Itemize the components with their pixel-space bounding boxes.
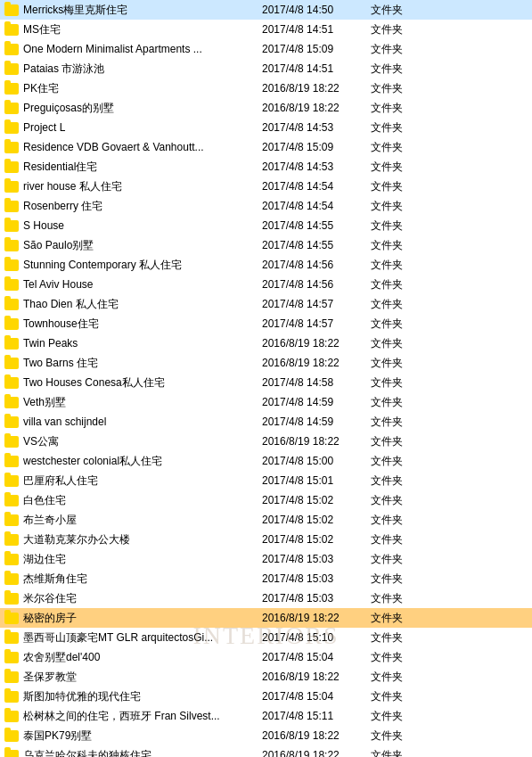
folder-icon: [4, 276, 20, 292]
file-name: 大道勒克莱尔办公大楼: [23, 532, 255, 547]
file-name: Two Barns 住宅: [23, 356, 255, 371]
list-item[interactable]: Stunning Contemporary 私人住宅2017/4/8 14:56…: [0, 255, 532, 275]
file-type: 文件夹: [371, 81, 424, 96]
file-date: 2017/4/8 14:54: [255, 200, 371, 212]
folder-icon: [4, 355, 20, 371]
list-item[interactable]: Two Barns 住宅2016/8/19 18:22文件夹: [0, 353, 532, 373]
file-name: 墨西哥山顶豪宅MT GLR arquitectosGi...: [23, 630, 255, 646]
list-item[interactable]: Rosenberry 住宅2017/4/8 14:54文件夹: [0, 196, 532, 216]
file-list: Merricks梅里克斯住宅2017/4/8 14:50文件夹MS住宅2017/…: [0, 0, 532, 757]
file-name: S House: [23, 219, 255, 232]
folder-icon: [4, 198, 20, 214]
file-type: 文件夹: [371, 513, 424, 528]
file-date: 2017/4/8 14:56: [255, 259, 371, 271]
list-item[interactable]: 斯图加特优雅的现代住宅2017/4/8 15:04文件夹: [0, 687, 532, 706]
file-type: 文件夹: [371, 415, 424, 430]
list-item[interactable]: 圣保罗教堂2016/8/19 18:22文件夹: [0, 667, 532, 687]
file-date: 2016/8/19 18:22: [255, 749, 371, 757]
file-date: 2017/4/8 14:53: [255, 160, 371, 173]
file-date: 2017/4/8 14:59: [255, 396, 371, 408]
folder-icon: [4, 433, 20, 449]
file-type: 文件夹: [371, 101, 424, 116]
folder-icon: [4, 335, 20, 351]
file-date: 2017/4/8 15:02: [255, 533, 371, 546]
list-item[interactable]: 湖边住宅2017/4/8 15:03文件夹: [0, 549, 532, 569]
list-item[interactable]: 秘密的房子2016/8/19 18:22文件夹: [0, 608, 532, 628]
file-date: 2017/4/8 15:04: [255, 651, 371, 663]
file-date: 2016/8/19 18:22: [255, 102, 371, 114]
list-item[interactable]: 农舍别墅del'4002017/4/8 15:04文件夹: [0, 647, 532, 667]
folder-icon: [4, 296, 20, 312]
list-item[interactable]: 杰维斯角住宅2017/4/8 15:03文件夹: [0, 569, 532, 588]
list-item[interactable]: Veth别墅2017/4/8 14:59文件夹: [0, 392, 532, 412]
list-item[interactable]: One Modern Minimalist Apartments ...2017…: [0, 39, 532, 59]
list-item[interactable]: VS公寓2016/8/19 18:22文件夹: [0, 432, 532, 451]
list-item[interactable]: PK住宅2016/8/19 18:22文件夹: [0, 78, 532, 98]
file-date: 2017/4/8 14:50: [255, 4, 371, 16]
list-item[interactable]: 布兰奇小屋2017/4/8 15:02文件夹: [0, 510, 532, 530]
folder-icon: [4, 728, 20, 744]
folder-icon: [4, 649, 20, 665]
folder-icon: [4, 237, 20, 253]
list-item[interactable]: 白色住宅2017/4/8 15:02文件夹: [0, 490, 532, 510]
list-item[interactable]: villa van schijndel2017/4/8 14:59文件夹: [0, 412, 532, 432]
file-name: 杰维斯角住宅: [23, 572, 255, 587]
file-date: 2017/4/8 15:10: [255, 631, 371, 644]
list-item[interactable]: São Paulo别墅2017/4/8 14:55文件夹: [0, 235, 532, 255]
list-item[interactable]: 乌克兰哈尔科夫的独栋住宅2016/8/19 18:22文件夹: [0, 745, 532, 757]
list-item[interactable]: Townhouse住宅2017/4/8 14:57文件夹: [0, 314, 532, 333]
list-item[interactable]: Thao Dien 私人住宅2017/4/8 14:57文件夹: [0, 294, 532, 314]
file-type: 文件夹: [371, 709, 424, 724]
list-item[interactable]: 米尔谷住宅2017/4/8 15:03文件夹: [0, 588, 532, 608]
file-name: One Modern Minimalist Apartments ...: [23, 43, 255, 55]
file-date: 2017/4/8 14:57: [255, 317, 371, 330]
list-item[interactable]: 大道勒克莱尔办公大楼2017/4/8 15:02文件夹: [0, 530, 532, 549]
file-date: 2017/4/8 15:09: [255, 43, 371, 55]
file-name: Stunning Contemporary 私人住宅: [23, 258, 255, 273]
list-item[interactable]: 巴厘府私人住宅2017/4/8 15:01文件夹: [0, 471, 532, 490]
list-item[interactable]: Preguiçosas的别墅2016/8/19 18:22文件夹: [0, 98, 532, 118]
file-name: westchester colonial私人住宅: [23, 454, 255, 469]
list-item[interactable]: Tel Aviv House2017/4/8 14:56文件夹: [0, 275, 532, 294]
file-date: 2016/8/19 18:22: [255, 82, 371, 95]
folder-icon: [4, 571, 20, 587]
file-type: 文件夹: [371, 454, 424, 469]
list-item[interactable]: Two Houses Conesa私人住宅2017/4/8 14:58文件夹: [0, 373, 532, 392]
list-item[interactable]: Twin Peaks2016/8/19 18:22文件夹: [0, 333, 532, 353]
list-item[interactable]: westchester colonial私人住宅2017/4/8 15:00文件…: [0, 451, 532, 471]
folder-icon: [4, 551, 20, 567]
file-type: 文件夹: [371, 218, 424, 234]
file-date: 2017/4/8 15:11: [255, 710, 371, 722]
file-date: 2016/8/19 18:22: [255, 671, 371, 683]
list-item[interactable]: 松树林之间的住宅，西班牙 Fran Silvest...2017/4/8 15:…: [0, 706, 532, 726]
list-item[interactable]: river house 私人住宅2017/4/8 14:54文件夹: [0, 177, 532, 196]
file-name: 斯图加特优雅的现代住宅: [23, 689, 255, 704]
file-type: 文件夹: [371, 238, 424, 253]
list-item[interactable]: Project L2017/4/8 14:53文件夹: [0, 118, 532, 137]
list-item[interactable]: Merricks梅里克斯住宅2017/4/8 14:50文件夹: [0, 0, 532, 20]
file-type: 文件夹: [371, 395, 424, 410]
file-type: 文件夹: [371, 277, 424, 292]
list-item[interactable]: Residence VDB Govaert & Vanhoutt...2017/…: [0, 137, 532, 157]
list-item[interactable]: Residential住宅2017/4/8 14:53文件夹: [0, 157, 532, 177]
file-date: 2016/8/19 18:22: [255, 435, 371, 448]
list-item[interactable]: 泰国PK79别墅2016/8/19 18:22文件夹: [0, 726, 532, 745]
list-item[interactable]: MS住宅2017/4/8 14:51文件夹: [0, 20, 532, 39]
file-date: 2017/4/8 14:55: [255, 219, 371, 232]
file-name: VS公寓: [23, 434, 255, 449]
file-date: 2017/4/8 15:02: [255, 494, 371, 506]
list-item[interactable]: 墨西哥山顶豪宅MT GLR arquitectosGi...2017/4/8 1…: [0, 628, 532, 647]
folder-icon: [4, 414, 20, 430]
file-date: 2017/4/8 15:03: [255, 572, 371, 585]
folder-icon: [4, 492, 20, 508]
list-item[interactable]: Pataias 市游泳池2017/4/8 14:51文件夹: [0, 59, 532, 78]
list-item[interactable]: S House2017/4/8 14:55文件夹: [0, 216, 532, 235]
folder-icon: [4, 41, 20, 57]
file-date: 2017/4/8 14:51: [255, 62, 371, 75]
file-name: Project L: [23, 121, 255, 134]
folder-icon: [4, 257, 20, 273]
file-name: Residence VDB Govaert & Vanhoutt...: [23, 141, 255, 153]
file-name: 布兰奇小屋: [23, 513, 255, 528]
file-type: 文件夹: [371, 199, 424, 214]
file-type: 文件夹: [371, 630, 424, 646]
